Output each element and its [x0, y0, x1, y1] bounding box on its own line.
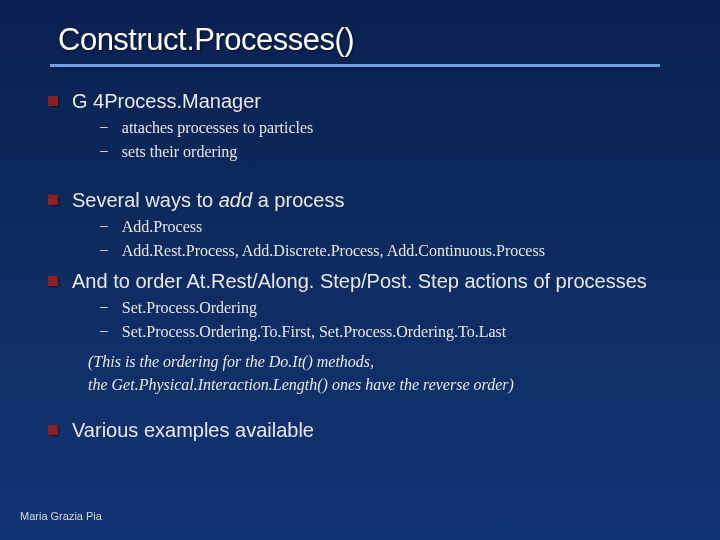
- bullet-text-prefix: Several ways to: [72, 189, 219, 211]
- bullet-icon: [48, 276, 58, 286]
- slide-title: Construct.Processes(): [0, 22, 720, 58]
- sub-item: – Set.Process.Ordering.To.First, Set.Pro…: [100, 321, 692, 343]
- bullet-text-suffix: a process: [252, 189, 344, 211]
- bullet-item: Various examples available: [48, 418, 692, 443]
- slide: Construct.Processes() G 4Process.Manager…: [0, 0, 720, 540]
- sub-text: Set.Process.Ordering.To.First, Set.Proce…: [122, 321, 506, 343]
- title-underline: [50, 64, 660, 67]
- dash-icon: –: [100, 141, 108, 160]
- sub-text: Add.Process: [122, 216, 202, 238]
- note-line: (This is the ordering for the Do.It() me…: [48, 351, 692, 373]
- bullet-text-italic: add: [219, 189, 252, 211]
- sub-text: Set.Process.Ordering: [122, 297, 257, 319]
- dash-icon: –: [100, 321, 108, 340]
- dash-icon: –: [100, 216, 108, 235]
- sub-item: – attaches processes to particles: [100, 117, 692, 139]
- bullet-item: And to order At.Rest/Along. Step/Post. S…: [48, 269, 692, 294]
- bullet-icon: [48, 425, 58, 435]
- sub-item: – Set.Process.Ordering: [100, 297, 692, 319]
- bullet-text: And to order At.Rest/Along. Step/Post. S…: [72, 269, 647, 294]
- sub-text: attaches processes to particles: [122, 117, 313, 139]
- bullet-icon: [48, 195, 58, 205]
- note-line: the Get.Physical.Interaction.Length() on…: [48, 374, 692, 396]
- dash-icon: –: [100, 297, 108, 316]
- sub-text: Add.Rest.Process, Add.Discrete.Process, …: [122, 240, 545, 262]
- sub-text: sets their ordering: [122, 141, 238, 163]
- sub-item: – Add.Rest.Process, Add.Discrete.Process…: [100, 240, 692, 262]
- bullet-text: Various examples available: [72, 418, 314, 443]
- sub-item: – Add.Process: [100, 216, 692, 238]
- sub-list: – Add.Process – Add.Rest.Process, Add.Di…: [48, 216, 692, 261]
- sub-list: – attaches processes to particles – sets…: [48, 117, 692, 162]
- sub-item: – sets their ordering: [100, 141, 692, 163]
- bullet-item: G 4Process.Manager: [48, 89, 692, 114]
- bullet-text: G 4Process.Manager: [72, 89, 261, 114]
- bullet-text: Several ways to add a process: [72, 188, 344, 213]
- footer-author: Maria Grazia Pia: [20, 510, 102, 522]
- dash-icon: –: [100, 117, 108, 136]
- bullet-icon: [48, 96, 58, 106]
- bullet-item: Several ways to add a process: [48, 188, 692, 213]
- slide-content: G 4Process.Manager – attaches processes …: [0, 89, 720, 443]
- dash-icon: –: [100, 240, 108, 259]
- sub-list: – Set.Process.Ordering – Set.Process.Ord…: [48, 297, 692, 342]
